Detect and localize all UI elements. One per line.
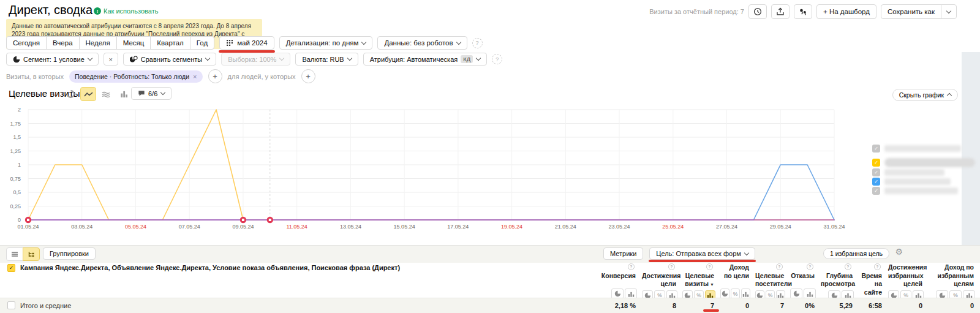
add-to-dashboard-button[interactable]: + На дашборд bbox=[816, 4, 876, 19]
info-icon[interactable]: ? bbox=[628, 263, 635, 270]
metric-column-8: Достижения избранных целей% bbox=[888, 262, 929, 301]
visits-in-which-label: Визиты, в которых bbox=[6, 73, 64, 80]
x-tick-label: 15.05.24 bbox=[394, 224, 415, 230]
period-preset-4[interactable]: Квартал bbox=[150, 36, 190, 50]
chart-type-area-button[interactable] bbox=[98, 87, 114, 101]
behavior-filter-pill[interactable]: Поведение · Роботность: Только люди × bbox=[69, 70, 203, 83]
legend-item-2: ✓ bbox=[872, 168, 944, 176]
list-view-button[interactable] bbox=[6, 247, 23, 261]
hide-chart-label: Скрыть график bbox=[899, 91, 944, 99]
attribution-label: Атрибуция: Автоматическая bbox=[370, 56, 458, 63]
period-preset-3[interactable]: Месяц bbox=[116, 36, 151, 50]
list-view-icon bbox=[11, 251, 18, 257]
annotation-underline-total: 7 bbox=[710, 302, 714, 309]
visits-period-label: Визиты за отчётный период: 7 bbox=[649, 8, 744, 15]
legend-checkbox-3[interactable]: ✓ bbox=[872, 178, 880, 186]
metrics-controls: Метрики Цель: Отправка всех форм bbox=[603, 247, 755, 260]
column-header[interactable]: ?Достижения цели bbox=[642, 262, 682, 288]
legend-checkbox-1[interactable]: ✓ bbox=[872, 159, 880, 167]
chart-type-columns-button[interactable] bbox=[116, 87, 132, 101]
info-icon[interactable]: ? bbox=[668, 263, 675, 270]
column-header[interactable]: ?Глубина просмотра bbox=[821, 262, 859, 288]
info-icon[interactable]: ? bbox=[874, 263, 881, 270]
period-help-icon[interactable]: ? bbox=[472, 38, 483, 48]
column-header-label: Доход по избранным целям bbox=[937, 263, 974, 287]
annotation-pin[interactable] bbox=[267, 217, 273, 223]
goals-counter-dropdown[interactable]: 6/6 bbox=[131, 87, 172, 100]
metrics-button[interactable]: Метрики bbox=[603, 247, 643, 260]
grouping-row-checkbox[interactable]: ✓ bbox=[7, 264, 15, 272]
legend-item-1: ✓ bbox=[872, 158, 975, 167]
column-header[interactable]: Доход по цели bbox=[720, 262, 755, 287]
period-preset-0[interactable]: Сегодня bbox=[6, 36, 47, 50]
add-people-filter-button[interactable]: + bbox=[301, 69, 315, 83]
goal-selector-label: Цель: Отправка всех форм bbox=[656, 250, 741, 257]
sampling-dropdown[interactable]: Выборка: 100% bbox=[221, 53, 290, 66]
legend-checkbox-2[interactable]: ✓ bbox=[872, 168, 880, 176]
legend-checkbox-4[interactable]: ✓ bbox=[872, 187, 880, 195]
export-button[interactable] bbox=[771, 4, 790, 19]
favorite-goal-badge[interactable]: 1 избранная цель bbox=[823, 248, 889, 259]
annotation-pin[interactable] bbox=[25, 217, 31, 223]
metric-column-1: ?Достижения цели% bbox=[642, 262, 682, 301]
how-to-use-link[interactable]: ! Как использовать bbox=[94, 7, 158, 15]
goal-visits-chart[interactable]: 00,250,50,7511,251,51,75201.05.2403.05.2… bbox=[0, 103, 858, 235]
pie-toggle-icon bbox=[614, 290, 621, 297]
period-preset-5[interactable]: Год bbox=[190, 36, 214, 50]
pie-toggle-icon bbox=[793, 290, 800, 297]
column-header[interactable]: ?Отказы bbox=[790, 262, 821, 287]
period-preset-1[interactable]: Вчера bbox=[46, 36, 79, 50]
currency-label: Валюта: RUB bbox=[302, 56, 344, 63]
save-as-button[interactable]: Сохранить как bbox=[881, 4, 941, 19]
info-icon[interactable]: ? bbox=[807, 263, 813, 270]
behavior-filter-label: Поведение · Роботность: Только люди bbox=[75, 73, 189, 80]
groupings-button[interactable]: Группировки bbox=[43, 247, 96, 260]
table-settings-gear-icon[interactable]: ⚙ bbox=[895, 247, 903, 257]
segment-clear-button[interactable]: × bbox=[104, 53, 118, 66]
share-button[interactable] bbox=[794, 4, 812, 19]
column-header[interactable]: ?Время на сайте bbox=[859, 262, 888, 297]
compare-segments-dropdown[interactable]: Сравнить сегменты bbox=[123, 53, 216, 66]
total-value-2: 7 bbox=[682, 298, 720, 313]
bars-toggle-icon bbox=[742, 291, 749, 297]
time-on-site-button[interactable] bbox=[748, 4, 767, 19]
column-header[interactable]: ?Целевые посетители bbox=[755, 262, 790, 288]
attribution-dropdown[interactable]: Атрибуция: Автоматическая КД bbox=[363, 53, 488, 66]
y-tick-label: 1 bbox=[18, 162, 21, 168]
calendar-period-button[interactable]: май 2024 bbox=[219, 36, 274, 50]
currency-dropdown[interactable]: Валюта: RUB bbox=[295, 53, 358, 66]
column-header[interactable]: ?Целевые визиты▼ bbox=[682, 262, 720, 288]
period-preset-2[interactable]: Неделя bbox=[79, 36, 117, 50]
info-icon[interactable]: ? bbox=[706, 263, 713, 270]
segment-help-icon[interactable]: ? bbox=[492, 54, 502, 64]
goal-selector-dropdown[interactable]: Цель: Отправка всех форм bbox=[649, 247, 755, 260]
bars-toggle-icon bbox=[628, 291, 635, 297]
column-header[interactable]: ?Конверсия bbox=[600, 262, 642, 287]
sort-desc-icon: ▼ bbox=[710, 282, 714, 287]
chart-type-pie-button[interactable] bbox=[62, 87, 78, 101]
x-tick-label: 17.05.24 bbox=[447, 224, 469, 230]
remove-filter-icon[interactable]: × bbox=[193, 73, 197, 80]
data-mode-dropdown[interactable]: Данные: без роботов bbox=[377, 36, 467, 50]
column-header[interactable]: Доход по избранным целям bbox=[929, 262, 980, 288]
x-tick-label: 27.05.24 bbox=[716, 224, 737, 230]
add-visits-filter-button[interactable]: + bbox=[208, 69, 222, 83]
y-tick-label: 1,25 bbox=[10, 148, 21, 154]
totals-checkbox[interactable] bbox=[7, 301, 15, 309]
hide-chart-button[interactable]: Скрыть график bbox=[892, 89, 958, 101]
detail-dropdown[interactable]: Детализация: по дням bbox=[279, 36, 373, 50]
info-icon[interactable]: ? bbox=[845, 263, 851, 270]
data-mode-label: Данные: без роботов bbox=[384, 39, 453, 47]
column-header[interactable]: Достижения избранных целей bbox=[888, 262, 929, 288]
segment-dropdown[interactable]: Сегмент: 1 условие bbox=[6, 53, 99, 66]
save-as-menu-button[interactable] bbox=[941, 4, 957, 19]
annotation-pin[interactable] bbox=[240, 217, 246, 223]
segment-pie-icon bbox=[13, 56, 20, 63]
total-value-1: 8 bbox=[642, 298, 682, 313]
chart-type-line-button[interactable] bbox=[80, 87, 96, 101]
info-icon[interactable]: ? bbox=[776, 263, 783, 270]
tree-view-button[interactable] bbox=[23, 247, 40, 261]
legend-checkbox-0[interactable]: ✓ bbox=[872, 145, 880, 153]
totals-label: Итого и средние bbox=[20, 302, 71, 309]
y-tick-label: 2 bbox=[18, 107, 21, 113]
